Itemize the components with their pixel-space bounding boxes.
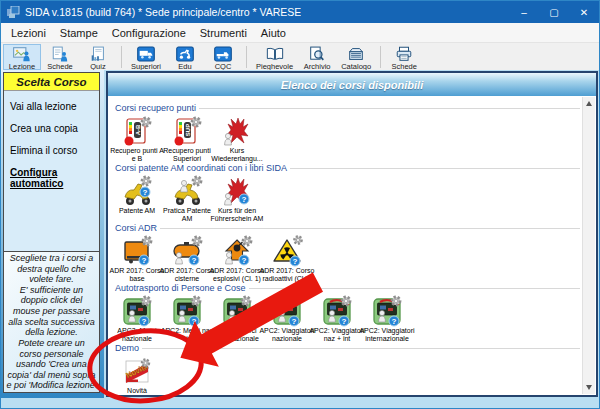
quiz-sheet-icon xyxy=(89,46,107,62)
toolbar-button-quiz[interactable]: Quiz xyxy=(79,44,117,70)
course-group-label: Demo xyxy=(115,343,139,353)
points-book-sup-icon: SUP xyxy=(171,115,203,147)
svg-text:?: ? xyxy=(192,256,197,265)
course-item[interactable]: NovitàNovità xyxy=(112,355,162,395)
svg-text:SUP: SUP xyxy=(185,124,191,136)
app-window: SIDA v.1815 (build 764) * Sede principal… xyxy=(0,0,600,409)
course-group-label: Autotrasporto di Persone e Cose xyxy=(115,283,246,293)
open-book-icon xyxy=(266,46,284,62)
card-drawer-icon xyxy=(347,46,365,62)
toolbar-button-edu[interactable]: Edu xyxy=(166,44,204,70)
toolbar-button-schede[interactable]: Schede xyxy=(41,44,79,70)
scooter-rider-icon xyxy=(171,175,203,207)
course-item-label: ADR 2017: Corso cisterne xyxy=(159,267,215,284)
course-item-label: Kurs für den Führerschein AM xyxy=(209,207,265,224)
scroll-down-icon[interactable] xyxy=(583,381,595,394)
panel-body: Corsi recupero puntiA-BRecupero punti A … xyxy=(108,96,596,395)
course-item[interactable]: ?APC2: Viaggiatori nazionale xyxy=(262,295,312,344)
maximize-button[interactable]: ▢ xyxy=(539,1,569,23)
course-item-label: Patente AM xyxy=(109,207,165,224)
svg-text:?: ? xyxy=(142,256,147,265)
scroll-up-icon[interactable] xyxy=(583,97,595,110)
course-item[interactable]: SUPRecupero punti Superiori xyxy=(162,115,212,164)
course-group-label: Corsi ADR xyxy=(115,223,157,233)
course-item-label: APC2: Merci naz + int xyxy=(159,327,215,344)
sidebar-link-configura-automatico[interactable]: Configura automatico xyxy=(10,167,93,189)
course-item[interactable]: ?Kurs für den Führerschein AM xyxy=(212,175,262,224)
help-box: Scegliete tra i corsi a destra quello ch… xyxy=(3,251,100,393)
course-item[interactable]: A-BRecupero punti A e B xyxy=(112,115,162,164)
printer-icon xyxy=(395,46,413,62)
course-choice-box: Scelta Corso Vai alla lezione Crea una c… xyxy=(3,72,100,252)
scooter-question-icon: ? xyxy=(121,175,153,207)
svg-text:?: ? xyxy=(242,317,247,326)
course-item[interactable]: ?APC2: Merci nazionale xyxy=(112,295,162,344)
menu-stampe[interactable]: Stampe xyxy=(53,27,105,39)
apc-truck-arrow-icon: ? xyxy=(371,295,403,327)
toolbar-button-pieghevole[interactable]: Pieghevole xyxy=(251,44,298,70)
course-item[interactable]: Kurs Wiedererlangu... xyxy=(212,115,262,164)
panel-title: Elenco dei corsi disponibili xyxy=(108,73,596,96)
toolbar-button-cqc[interactable]: CQC xyxy=(204,44,242,70)
course-item-label: Kurs Wiedererlangu... xyxy=(209,147,265,164)
course-item[interactable]: Pratica Patente AM xyxy=(162,175,212,224)
course-item-label: APC2: Viaggiatori naz + int xyxy=(309,327,365,344)
close-button[interactable]: ✕ xyxy=(569,1,599,23)
toolbar: LezioneSchedeQuizSuperioriEduCQCPieghevo… xyxy=(1,43,599,71)
search-page-icon xyxy=(308,46,326,62)
help-text: Scegliete tra i corsi a destra quello ch… xyxy=(4,253,99,391)
menu-aiuto[interactable]: Aiuto xyxy=(254,27,293,39)
adr-board-icon: ? xyxy=(121,235,153,267)
vertical-scrollbar[interactable] xyxy=(582,97,595,394)
toolbar-button-archivio[interactable]: Archivio xyxy=(298,44,336,70)
svg-text:?: ? xyxy=(242,256,247,265)
course-item[interactable]: ?ADR 2017: Corso base xyxy=(112,235,162,284)
course-group: Corsi ADR?ADR 2017: Corso base?ADR 2017:… xyxy=(112,222,580,282)
toolbar-button-catalogo[interactable]: Catalogo xyxy=(336,44,376,70)
course-item-label: APC2: Merci nazionale xyxy=(109,327,165,344)
menu-strumenti[interactable]: Strumenti xyxy=(193,27,254,39)
truck-blue-icon xyxy=(137,46,155,62)
toolbar-button-schede[interactable]: Schede xyxy=(385,44,423,70)
svg-text:?: ? xyxy=(143,188,148,197)
titlebar: SIDA v.1815 (build 764) * Sede principal… xyxy=(1,1,599,23)
toolbar-separator xyxy=(246,46,247,68)
course-item[interactable]: ?APC2: Viaggiatori naz + int xyxy=(312,295,362,344)
sidebar-link-elimina-il-corso[interactable]: Elimina il corso xyxy=(10,145,93,156)
course-item[interactable]: ?ADR 2017: Corso radioattivi (Cl.7) xyxy=(262,235,312,284)
group-divider-line xyxy=(142,348,580,349)
app-icon xyxy=(7,6,20,19)
sidebar: Scelta Corso Vai alla lezione Crea una c… xyxy=(1,70,104,398)
svg-text:?: ? xyxy=(192,317,197,326)
workspace: Scelta Corso Vai alla lezione Crea una c… xyxy=(1,70,599,408)
course-item[interactable]: ?Patente AM xyxy=(112,175,162,224)
tyrol-eagle-icon xyxy=(221,115,253,147)
sidebar-link-crea-una-copia[interactable]: Crea una copia xyxy=(10,123,93,134)
course-item[interactable]: ?APC2: Merci internazionale xyxy=(212,295,262,344)
course-item-label: ADR 2017: Corso radioattivi (Cl.7) xyxy=(259,267,315,284)
course-item-label: ADR 2017: Corso base xyxy=(109,267,165,284)
apc-truck-icon: ? xyxy=(221,295,253,327)
apc-truck-icon: ? xyxy=(171,295,203,327)
minimize-button[interactable]: – xyxy=(509,1,539,23)
sidebar-link-vai-alla-lezione[interactable]: Vai alla lezione xyxy=(10,101,93,112)
sheet-person-icon xyxy=(51,46,69,62)
group-divider-line xyxy=(249,288,580,289)
svg-text:?: ? xyxy=(242,195,247,204)
toolbar-separator xyxy=(121,46,122,68)
lesson-picture-icon xyxy=(13,46,31,62)
menu-configurazione[interactable]: Configurazione xyxy=(105,27,193,39)
course-item[interactable]: ?APC2: Merci naz + int xyxy=(162,295,212,344)
course-group: Autotrasporto di Persone e Cose?APC2: Me… xyxy=(112,282,580,342)
flatbed-blue-icon xyxy=(214,46,232,62)
toolbar-button-superiori[interactable]: Superiori xyxy=(126,44,166,70)
course-item[interactable]: ?ADR 2017: Corso cisterne xyxy=(162,235,212,284)
menu-lezioni[interactable]: Lezioni xyxy=(4,27,53,39)
svg-text:?: ? xyxy=(342,317,347,326)
course-group-label: Corsi recupero punti xyxy=(115,103,196,113)
toolbar-button-lezione[interactable]: Lezione xyxy=(3,44,41,70)
course-item[interactable]: ?APC2: Viaggiatori internazionale xyxy=(362,295,412,344)
menubar: Lezioni Stampe Configurazione Strumenti … xyxy=(1,23,599,43)
course-item-label: Recupero punti A e B xyxy=(109,147,165,164)
course-item[interactable]: ?ADR 2017: Corso esplosivi (Cl. 1) xyxy=(212,235,262,284)
